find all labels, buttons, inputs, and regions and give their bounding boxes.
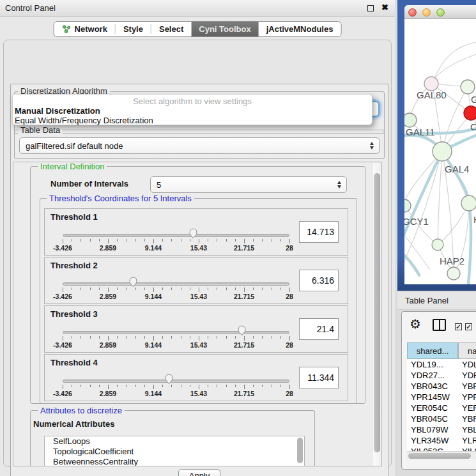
network-node[interactable] (447, 267, 460, 280)
threshold-slider-thumb[interactable] (128, 277, 138, 288)
tab-cyni-toolbox[interactable]: Cyni Toolbox (191, 22, 258, 36)
number-of-intervals-combobox[interactable]: 5 (150, 176, 347, 193)
checkbox-icon[interactable]: ✓ (465, 323, 472, 330)
table-row[interactable]: YBR045CYBR0 (407, 413, 476, 424)
table-row[interactable]: YBL079WYBL0 (407, 424, 476, 435)
cell-name: YER0 (462, 403, 476, 413)
slider-tick-label: 2.859 (100, 244, 116, 252)
threshold-slider-thumb[interactable] (164, 374, 174, 385)
slider-tick (262, 336, 263, 339)
slider-tick (117, 385, 118, 387)
slider-tick (108, 288, 109, 292)
settings-vertical-scrollbar[interactable] (372, 163, 381, 466)
threshold-value-field[interactable]: 11.344 (299, 367, 339, 388)
threshold-slider-track[interactable] (63, 331, 289, 334)
threshold-slider-track[interactable] (63, 234, 289, 237)
network-node[interactable] (404, 113, 417, 127)
slider-tick (81, 239, 81, 242)
slider-tick (289, 288, 290, 292)
tab-jactivemnodules[interactable]: jActiveMNodules (259, 22, 341, 36)
threshold-slider-thumb[interactable] (237, 325, 247, 336)
network-node-label: C (470, 121, 476, 132)
slider-tick-label: 9.144 (145, 293, 162, 300)
table-row[interactable]: YER054CYER0 (407, 403, 476, 413)
threshold-slider-thumb[interactable] (188, 228, 198, 239)
slider-tick (117, 288, 118, 290)
gear-icon[interactable]: ⚙ (410, 318, 421, 330)
tab-style[interactable]: Style (116, 22, 151, 36)
attribute-item[interactable]: BetweennessCentrality (45, 457, 304, 466)
slider-tick (272, 288, 272, 290)
zoom-traffic-light-icon[interactable] (436, 8, 445, 17)
attributes-list-scrollbar[interactable] (297, 438, 303, 463)
cell-shared-name: YBR043C (411, 381, 448, 392)
slider-tick (262, 385, 263, 387)
slider-tick (217, 336, 217, 339)
network-node[interactable] (424, 77, 438, 91)
threshold-value-field[interactable]: 6.316 (299, 270, 339, 291)
network-canvas[interactable]: GAL80GACGAL11GAL4GCY1HHAP2 (404, 19, 476, 284)
interval-definition-label: Interval Definition (38, 162, 107, 171)
attribute-item[interactable]: SelfLoops (45, 436, 304, 447)
threshold-value-field[interactable]: 21.4 (299, 318, 339, 340)
network-node[interactable] (432, 239, 443, 250)
slider-tick (171, 288, 172, 290)
table-row[interactable]: YLR345WYLR3 (407, 435, 476, 446)
slider-tick (199, 336, 199, 341)
network-node[interactable] (404, 199, 411, 212)
tab-network[interactable]: Network (54, 22, 115, 36)
cell-shared-name: YBR045C (411, 413, 448, 424)
slider-tick-label: 21.715 (234, 341, 254, 349)
slider-tick (190, 385, 190, 387)
tab-select[interactable]: Select (151, 22, 191, 36)
network-node[interactable] (433, 142, 452, 161)
close-traffic-light-icon[interactable] (408, 8, 417, 17)
number-of-intervals-label: Number of Intervals (50, 179, 128, 188)
apply-button[interactable]: Apply (178, 469, 220, 476)
slider-tick (208, 239, 208, 242)
slider-tick (162, 239, 163, 242)
threshold-value-field[interactable]: 14.713 (299, 221, 339, 243)
algorithm-option-manual[interactable]: Manual Discretization (15, 106, 100, 116)
table-row[interactable]: YDR27...YDR2 (407, 370, 476, 381)
table-data-group-label: Table Data (18, 125, 63, 135)
slider-tick (226, 239, 227, 242)
slider-tick (253, 288, 254, 290)
close-icon[interactable]: ✖ (381, 3, 388, 13)
slider-tick (63, 288, 63, 292)
table-row[interactable]: YDL19...YDL1 (407, 359, 476, 370)
float-window-icon[interactable] (367, 5, 374, 12)
slider-tick (244, 336, 245, 341)
slider-tick (144, 288, 145, 290)
table-data-combobox[interactable]: galFiltered.sif default node (19, 137, 380, 154)
slider-tick (81, 336, 81, 339)
threshold-panel-3: Threshold 3-3.4262.8599.14415.4321.71528… (44, 305, 348, 353)
column-header-name[interactable]: na (458, 342, 476, 359)
minimize-traffic-light-icon[interactable] (422, 8, 431, 17)
network-edges (404, 19, 476, 284)
table-row[interactable]: YPR145WYPR1 (407, 392, 476, 403)
network-node-label: GCY1 (404, 216, 429, 227)
thresholds-group-label: Threshold's Coordinates for 5 Intervals (47, 194, 194, 203)
network-node[interactable] (464, 106, 476, 120)
numerical-attributes-list[interactable]: SelfLoopsTopologicalCoefficientBetweenne… (44, 436, 305, 466)
column-header-shared-name[interactable]: shared... (407, 342, 458, 359)
threshold-slider-track[interactable] (63, 380, 289, 383)
table-row[interactable]: YBR043CYBR0 (407, 381, 476, 392)
scrollbar-thumb[interactable] (408, 453, 471, 459)
attribute-item[interactable]: TopologicalCoefficient (45, 447, 304, 457)
table-horizontal-scrollbar[interactable] (407, 451, 476, 459)
cell-shared-name: YDR27... (411, 370, 445, 381)
network-node[interactable] (461, 80, 475, 94)
scrollbar-thumb[interactable] (374, 173, 380, 452)
network-node[interactable] (461, 196, 476, 211)
columns-icon[interactable] (433, 319, 446, 331)
algorithm-option-equal-width[interactable]: Equal Width/Frequency Discretization (15, 116, 153, 125)
slider-tick (81, 385, 81, 387)
slider-tick-label: 28 (286, 244, 293, 252)
slider-tick-label: -3.426 (53, 244, 72, 252)
threshold-slider-track[interactable] (63, 282, 289, 286)
checkbox-icon[interactable]: ✓ (455, 323, 462, 330)
tab-label: jActiveMNodules (266, 24, 334, 34)
slider-tick-label: 9.144 (145, 341, 162, 349)
